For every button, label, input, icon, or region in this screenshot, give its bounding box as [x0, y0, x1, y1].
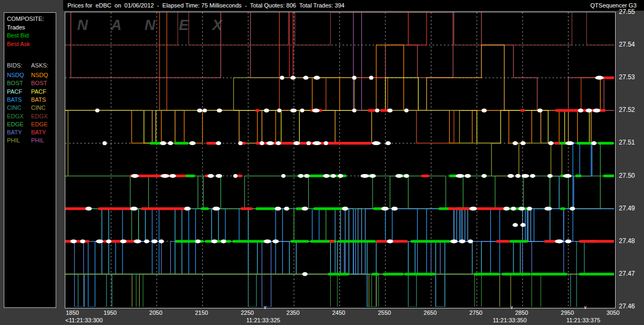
trade-dot: [130, 207, 138, 210]
trade-dot: [503, 207, 510, 210]
trade-dot: [264, 239, 271, 243]
trade-dot: [120, 239, 126, 243]
trade-dot: [586, 109, 592, 112]
trade-dot: [369, 76, 373, 80]
sequence-tick-label: 2150: [195, 309, 208, 316]
trade-dot: [518, 207, 525, 210]
trade-dot: [595, 76, 604, 80]
trade-dot: [565, 141, 574, 145]
trade-dot: [369, 174, 376, 178]
trade-dot: [195, 239, 201, 243]
trade-dot: [565, 239, 572, 243]
trade-dot: [591, 141, 596, 145]
price-tick-label: 27.48: [619, 237, 635, 245]
price-tick-label: 27.53: [619, 73, 635, 81]
trade-dot: [151, 239, 158, 243]
trade-dot: [134, 239, 141, 243]
trade-dot: [216, 174, 222, 178]
trade-dot: [276, 141, 281, 145]
quote-trade-chart[interactable]: [65, 12, 614, 307]
sequence-tick-label: 2250: [241, 309, 254, 316]
trade-dot: [563, 174, 572, 178]
trade-dot: [290, 76, 296, 80]
trade-dot: [260, 141, 264, 145]
trade-dot: [396, 174, 403, 178]
trade-dot: [213, 207, 220, 210]
trade-dot: [314, 76, 320, 80]
trade-dot: [203, 109, 207, 112]
trade-dot: [456, 174, 464, 178]
legend-bid-NSDQ: NSDQ: [7, 72, 24, 78]
trade-dot: [391, 207, 398, 210]
legend-bid-BATY: BATY: [7, 129, 22, 135]
trade-dot: [197, 109, 202, 112]
legend-ask-BATY: BATY: [31, 129, 46, 135]
trade-dot: [131, 174, 139, 178]
trade-dot: [160, 141, 166, 145]
legend-bid-BOST: BOST: [7, 80, 23, 86]
trade-dot: [593, 109, 601, 112]
trade-dot: [342, 207, 348, 210]
trade-dot: [293, 141, 300, 145]
sequence-tick-label: 2350: [286, 309, 299, 316]
trade-dot: [80, 239, 85, 243]
trade-dot: [324, 141, 328, 145]
timestamp-start-label: <11:21:33:300: [65, 317, 103, 323]
trade-dot: [184, 207, 191, 210]
chart-plot-area[interactable]: N A N E X: [65, 12, 616, 308]
legend-bid-EDGX: EDGX: [7, 113, 24, 119]
price-tick-label: 27.54: [619, 41, 635, 48]
timestamp-marker-icon: ∨: [584, 305, 587, 310]
legend-ask-CINC: CINC: [31, 104, 46, 111]
legend-ask-NSDQ: NSDQ: [31, 72, 48, 78]
sequence-tick-label: 2950: [561, 309, 574, 316]
price-tick-label: 27.46: [619, 303, 635, 310]
legend-ask-PACF: PACF: [31, 88, 47, 95]
legend-bid-PACF: PACF: [7, 88, 22, 95]
legend-ask-EDGE: EDGE: [31, 121, 48, 127]
trade-dot: [267, 141, 274, 145]
trade-dot: [304, 174, 309, 178]
composite-item-best-bid: Best Bid: [7, 32, 29, 39]
trade-dot: [387, 109, 392, 112]
trade-dot: [302, 272, 308, 276]
timestamp-marker-icon: ∨: [510, 305, 513, 310]
trade-dot: [520, 141, 526, 145]
composite-header: COMPOSITE:: [7, 16, 44, 22]
trade-dot: [290, 109, 297, 112]
trade-dot: [547, 174, 552, 178]
trade-dot: [313, 141, 321, 145]
trade-dot: [238, 141, 243, 145]
trade-dot: [280, 76, 284, 80]
price-tick-label: 27.55: [619, 8, 635, 16]
trade-dot: [360, 174, 369, 178]
trade-dot: [404, 109, 408, 112]
trade-dot: [217, 109, 222, 112]
quote-line-NSDQ-ask: [65, 45, 614, 143]
trade-dot: [513, 223, 518, 227]
trade-dot: [481, 109, 487, 112]
trade-dot: [264, 109, 269, 112]
trade-dot: [323, 174, 330, 178]
trade-dot: [272, 239, 279, 243]
trade-dot: [387, 239, 393, 243]
trade-dot: [513, 141, 518, 145]
legend-ask-PHIL: PHIL: [31, 137, 44, 143]
trade-dot: [106, 239, 111, 243]
trade-dot: [352, 76, 357, 80]
trade-dot: [96, 239, 103, 243]
trade-dot: [275, 207, 281, 210]
sequence-tick-label: 1950: [103, 309, 116, 316]
trade-dot: [570, 207, 575, 210]
trade-dot: [284, 207, 289, 210]
trade-dot: [404, 174, 409, 178]
price-tick-label: 27.49: [619, 205, 635, 212]
bids-header: BIDS:: [7, 62, 22, 69]
timestamp-label: 11:21:33:325: [246, 317, 280, 323]
app-name: QTSequencer G3: [590, 0, 644, 11]
trade-dot: [530, 174, 535, 178]
trade-dot: [465, 174, 471, 178]
trade-dot: [102, 141, 107, 145]
trade-dot: [277, 109, 282, 112]
sequence-tick-label: 2750: [469, 309, 482, 316]
